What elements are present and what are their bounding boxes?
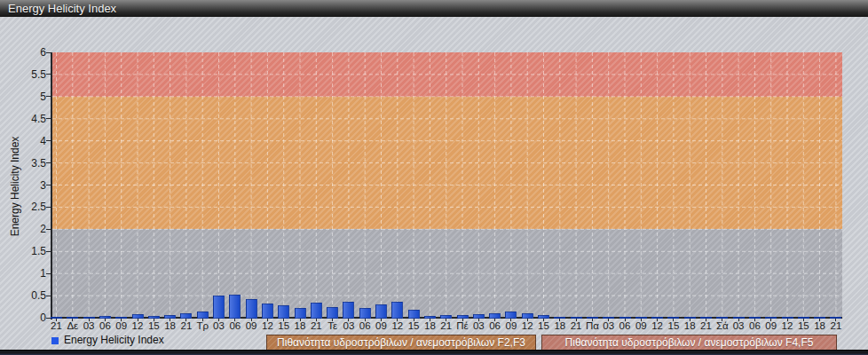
x-tick [543, 319, 544, 321]
x-tick-label: 15 [662, 320, 685, 331]
x-tick-label: 03 [597, 320, 620, 331]
x-tick-label: 18 [288, 320, 312, 331]
x-tick [348, 319, 349, 321]
x-tick-label: 03 [727, 320, 750, 331]
x-tick [478, 319, 479, 321]
window-titlebar[interactable]: Energy Helicity Index [0, 0, 868, 17]
x-tick-label: 06 [613, 320, 636, 331]
y-tick [46, 251, 51, 252]
y-tick-label: 4.5 [2, 113, 46, 125]
x-tick [72, 319, 73, 321]
x-tick-label: 21 [435, 320, 458, 331]
gridlines [52, 52, 842, 318]
x-tick-label: 09 [110, 320, 133, 331]
x-tick [592, 319, 593, 321]
y-tick-label: 0 [2, 312, 46, 324]
x-tick [202, 319, 203, 321]
y-tick [46, 118, 51, 119]
y-tick-label: 5.5 [2, 68, 46, 81]
series-legend-label: Energy Helicity Index [64, 334, 164, 346]
x-tick [770, 319, 771, 321]
y-tick-label: 3 [2, 179, 46, 192]
x-tick-label: Τρ [191, 320, 214, 331]
x-tick [105, 319, 106, 321]
x-tick-label: Σά [711, 320, 734, 331]
y-tick-label: 1 [2, 267, 46, 280]
x-tick-label: 06 [224, 320, 247, 331]
x-tick-label: 06 [743, 320, 766, 331]
x-tick [446, 319, 446, 321]
x-tick [608, 319, 609, 321]
x-tick-label: 21 [695, 320, 718, 331]
x-tick-label: 03 [337, 320, 360, 331]
x-tick [738, 319, 739, 321]
x-tick-label: 21 [304, 320, 327, 331]
x-tick-label: 06 [353, 320, 376, 331]
y-tick [46, 207, 51, 208]
x-tick [397, 319, 398, 321]
x-tick-label: 18 [418, 320, 441, 331]
x-tick [267, 319, 268, 321]
y-tick [46, 185, 51, 185]
x-tick-label: 12 [386, 320, 409, 331]
x-tick [430, 319, 430, 321]
y-tick [46, 140, 51, 141]
x-tick [154, 319, 154, 321]
x-tick [673, 319, 674, 321]
x-tick-label: 21 [45, 320, 68, 331]
y-tick-label: 4 [2, 135, 46, 147]
x-tick [121, 319, 122, 321]
y-axis-title: Energy Helicity Index [9, 122, 21, 251]
x-tick-label: 09 [629, 320, 652, 331]
x-tick-label: 03 [467, 320, 490, 331]
x-tick-label: Πέ [451, 320, 474, 331]
x-tick [835, 319, 836, 321]
x-tick-label: 18 [678, 320, 701, 331]
y-tick [46, 162, 51, 163]
x-tick-label: 12 [126, 320, 149, 331]
x-tick [218, 319, 219, 321]
y-tick [46, 318, 51, 319]
x-tick-label: 21 [564, 320, 588, 331]
x-tick-label: 09 [370, 320, 393, 331]
x-tick [641, 319, 642, 321]
y-tick [46, 296, 51, 296]
plot-area [52, 52, 842, 318]
x-tick [381, 319, 382, 321]
series-legend-marker-icon [51, 337, 59, 344]
x-tick-label: 21 [175, 320, 198, 331]
x-tick-label: 15 [533, 320, 556, 331]
y-tick-label: 3.5 [2, 157, 46, 170]
x-tick-label: 21 [825, 320, 848, 331]
x-tick-label: 03 [208, 320, 231, 331]
x-tick [316, 319, 317, 321]
x-tick [332, 319, 333, 321]
y-tick-label: 2.5 [2, 201, 46, 213]
x-tick-label: 06 [484, 320, 507, 331]
y-tick [46, 229, 51, 230]
band-legend-f4f5: Πιθανότητα υδροστρόβιλων / ανεμοστρόβιλω… [541, 335, 837, 351]
x-tick [803, 319, 804, 321]
x-tick [576, 319, 577, 321]
x-tick-label: Πα [580, 320, 604, 331]
x-tick [559, 319, 560, 321]
x-tick [657, 319, 658, 321]
x-tick-label: 15 [272, 320, 296, 331]
y-tick [46, 52, 51, 53]
x-tick-label: 09 [760, 320, 783, 331]
y-tick-label: 1.5 [2, 245, 46, 257]
x-tick [690, 319, 690, 321]
x-tick-label: 18 [548, 320, 572, 331]
x-tick-label: 03 [77, 320, 100, 331]
x-tick [625, 319, 626, 321]
window-title: Energy Helicity Index [8, 2, 116, 15]
band-legend-f2f3: Πιθανότητα υδροστρόβιλων / ανεμοστρόβιλω… [266, 335, 536, 351]
x-tick [89, 319, 90, 321]
x-tick-label: 09 [240, 320, 263, 331]
x-tick [185, 319, 186, 321]
x-tick [234, 319, 235, 321]
x-tick-label: 12 [646, 320, 669, 331]
x-tick-label: 12 [256, 320, 279, 331]
y-tick-label: 2 [2, 223, 46, 235]
x-tick-label: 15 [142, 320, 165, 331]
